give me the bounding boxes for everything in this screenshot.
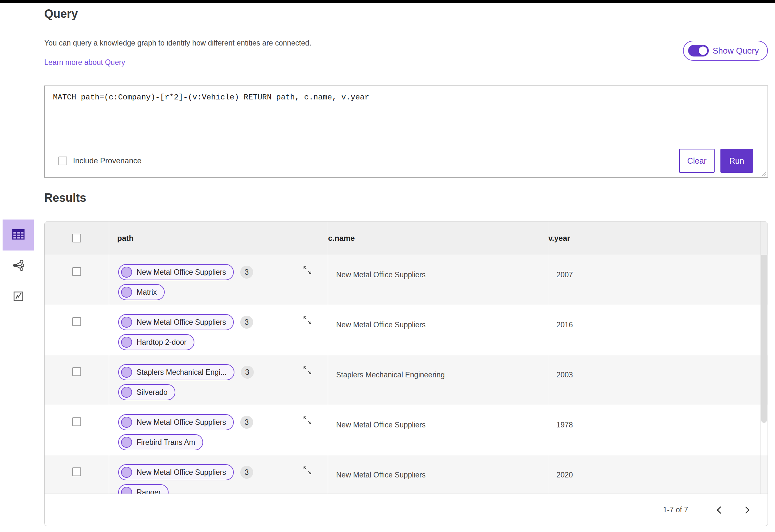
- toggle-knob: [698, 46, 708, 56]
- expand-icon[interactable]: [302, 415, 312, 425]
- node-circle-icon: [121, 367, 132, 378]
- chevron-left-icon: [717, 506, 724, 514]
- graph-icon: [12, 259, 25, 273]
- header-cname: c.name: [328, 221, 548, 255]
- table-header-row: path c.name v.year: [45, 221, 768, 255]
- table-body: New Metal Office Suppliers 3 Matrix New …: [45, 255, 768, 494]
- graph-view-button[interactable]: [3, 251, 34, 281]
- table-row: New Metal Office Suppliers 3 Matrix New …: [45, 255, 768, 305]
- path-count-badge: 3: [240, 466, 253, 479]
- vyear-cell: 1978: [548, 405, 760, 455]
- chart-view-button[interactable]: [3, 281, 34, 312]
- expand-icon[interactable]: [302, 365, 312, 375]
- pagination-range: 1-7 of 7: [663, 506, 688, 514]
- run-button[interactable]: Run: [720, 149, 753, 173]
- row-checkbox[interactable]: [72, 317, 81, 326]
- toggle-switch-icon[interactable]: [688, 45, 709, 56]
- header-checkbox-cell: [45, 221, 109, 255]
- header-path: path: [109, 221, 328, 255]
- row-checkbox[interactable]: [72, 367, 81, 376]
- chevron-right-icon: [742, 506, 750, 514]
- row-checkbox[interactable]: [72, 417, 81, 426]
- row-checkbox[interactable]: [72, 267, 81, 276]
- cname-cell: New Metal Office Suppliers: [328, 305, 548, 355]
- path-node-pill[interactable]: Firebird Trans Am: [118, 434, 203, 450]
- chart-icon: [12, 290, 25, 304]
- query-page: Query You can query a knowledge graph to…: [0, 0, 775, 532]
- query-input[interactable]: MATCH path=(c:Company)-[r*2]-(v:Vehicle)…: [45, 86, 768, 144]
- cname-cell: New Metal Office Suppliers: [328, 405, 548, 455]
- include-provenance-checkbox[interactable]: [58, 157, 67, 165]
- path-node-pill[interactable]: New Metal Office Suppliers: [118, 414, 234, 430]
- next-page-button[interactable]: [741, 505, 752, 516]
- path-count-badge: 3: [241, 366, 254, 379]
- path-node-pill[interactable]: Hardtop 2-door: [118, 334, 194, 350]
- node-circle-icon: [121, 317, 132, 328]
- path-node-pill[interactable]: Silverado: [118, 384, 175, 400]
- select-all-checkbox[interactable]: [72, 234, 81, 242]
- table-row: New Metal Office Suppliers 3 Firebird Tr…: [45, 405, 768, 455]
- path-node-pill[interactable]: New Metal Office Suppliers: [118, 264, 234, 280]
- include-provenance-label: Include Provenance: [73, 156, 141, 165]
- node-circle-icon: [121, 487, 132, 494]
- path-node-pill[interactable]: Staplers Mechanical Engi...: [118, 364, 234, 380]
- node-circle-icon: [121, 467, 132, 478]
- cname-cell: New Metal Office Suppliers: [328, 455, 548, 494]
- table-row: Staplers Mechanical Engi... 3 Silverado …: [45, 355, 768, 405]
- vyear-cell: 2020: [548, 455, 760, 494]
- clear-button[interactable]: Clear: [679, 149, 715, 173]
- table-row: New Metal Office Suppliers 3 Hardtop 2-d…: [45, 305, 768, 355]
- show-query-label: Show Query: [713, 46, 759, 56]
- expand-icon[interactable]: [302, 265, 312, 275]
- table-view-button[interactable]: [3, 220, 34, 251]
- expand-icon[interactable]: [302, 315, 312, 325]
- results-title: Results: [44, 191, 86, 205]
- view-switcher: [3, 220, 34, 312]
- cname-cell: New Metal Office Suppliers: [328, 255, 548, 305]
- table-icon: [11, 227, 26, 243]
- vyear-cell: 2016: [548, 305, 760, 355]
- page-title: Query: [44, 7, 78, 21]
- table-row: New Metal Office Suppliers 3 Ranger New …: [45, 455, 768, 494]
- node-circle-icon: [121, 337, 132, 348]
- resize-grip-icon[interactable]: [760, 169, 767, 176]
- cname-cell: Staplers Mechanical Engineering: [328, 355, 548, 405]
- table-footer: 1-7 of 7: [45, 494, 768, 526]
- path-node-pill[interactable]: New Metal Office Suppliers: [118, 314, 234, 330]
- query-toolbar: Include Provenance Clear Run: [45, 144, 768, 177]
- node-circle-icon: [121, 387, 132, 398]
- query-editor: MATCH path=(c:Company)-[r*2]-(v:Vehicle)…: [44, 86, 768, 178]
- vertical-scrollbar[interactable]: [761, 255, 767, 423]
- header-vyear: v.year: [548, 221, 760, 255]
- path-node-pill[interactable]: New Metal Office Suppliers: [118, 464, 234, 480]
- learn-more-link[interactable]: Learn more about Query: [44, 58, 125, 67]
- show-query-toggle[interactable]: Show Query: [683, 41, 768, 61]
- page-description: You can query a knowledge graph to ident…: [44, 39, 311, 47]
- node-circle-icon: [121, 267, 132, 278]
- vyear-cell: 2003: [548, 355, 760, 405]
- results-table: path c.name v.year New Metal Office Supp…: [44, 221, 768, 526]
- path-count-badge: 3: [240, 416, 253, 429]
- path-node-pill[interactable]: Matrix: [118, 284, 165, 300]
- path-count-badge: 3: [240, 316, 253, 329]
- path-node-pill[interactable]: Ranger: [118, 484, 168, 494]
- expand-icon[interactable]: [302, 465, 312, 475]
- node-circle-icon: [121, 287, 132, 298]
- path-count-badge: 3: [240, 266, 253, 279]
- page-header: Query You can query a knowledge graph to…: [44, 7, 768, 81]
- vyear-cell: 2007: [548, 255, 760, 305]
- window-top-bar: [0, 0, 775, 3]
- previous-page-button[interactable]: [714, 505, 725, 516]
- row-checkbox[interactable]: [72, 467, 81, 476]
- node-circle-icon: [121, 437, 132, 448]
- scrollbar-gutter: [760, 221, 768, 255]
- node-circle-icon: [121, 417, 132, 428]
